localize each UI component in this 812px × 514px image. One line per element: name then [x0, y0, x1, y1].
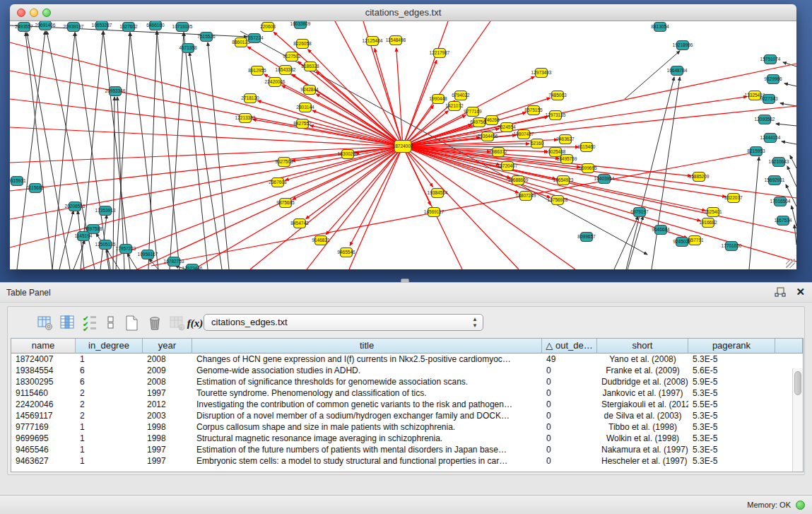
table-cell[interactable]: 1	[76, 444, 143, 455]
citation-edge-black[interactable]	[625, 51, 680, 99]
table-cell[interactable]: 1998	[143, 421, 192, 433]
delete-column-button[interactable]	[146, 314, 164, 332]
table-cell[interactable]: Jankovic et al. (1997)	[597, 387, 688, 399]
table-cell[interactable]: 18300295	[11, 376, 76, 387]
citation-edge-red[interactable]	[350, 146, 403, 245]
table-cell[interactable]: 6	[76, 365, 143, 376]
table-cell[interactable]: 0	[542, 365, 597, 376]
citation-edge-black[interactable]	[59, 211, 73, 269]
citation-edge-black[interactable]	[792, 206, 796, 226]
table-cell[interactable]: 5.3E-5	[688, 421, 775, 433]
citation-edge-black[interactable]	[614, 216, 638, 269]
table-cell[interactable]: 2	[76, 399, 143, 410]
citation-edge-red[interactable]	[396, 48, 403, 146]
float-panel-icon[interactable]	[775, 287, 786, 298]
table-row[interactable]: 946362711997Embryonic stem cells: a mode…	[11, 455, 803, 467]
citation-edge-black[interactable]	[117, 97, 124, 269]
table-row[interactable]: 1872400712008Changes of HCN gene express…	[11, 354, 803, 365]
table-cell[interactable]: 1	[76, 433, 143, 444]
citation-edge-black[interactable]	[787, 166, 796, 187]
citation-edge-black[interactable]	[776, 124, 796, 126]
table-cell[interactable]: 22420046	[11, 399, 76, 410]
table-cell[interactable]: Disruption of a novel member of a sodium…	[192, 410, 542, 421]
column-header-title[interactable]: title	[192, 339, 542, 354]
citation-edge-black[interactable]	[628, 216, 643, 269]
table-cell[interactable]: 1997	[143, 455, 192, 467]
table-cell[interactable]: 0	[542, 410, 597, 421]
table-row[interactable]: 1830029562008Estimation of significance …	[11, 376, 803, 387]
table-cell[interactable]: 2008	[143, 376, 192, 387]
table-cell[interactable]: 5.3E-5	[688, 387, 775, 399]
vertical-scrollbar[interactable]	[792, 368, 803, 472]
column-header-year[interactable]: year	[143, 339, 192, 354]
table-cell[interactable]: 1	[76, 421, 143, 433]
table-row[interactable]: 969969511998Structural magnetic resonanc…	[11, 433, 803, 444]
citation-network-graph[interactable]: 2206088226058912750281863281654338288601…	[10, 21, 796, 269]
table-cell[interactable]: Hescheler et al. (1997)	[597, 455, 688, 467]
table-cell[interactable]: Investigating the contribution of common…	[192, 399, 542, 410]
citation-edge-black[interactable]	[148, 31, 157, 269]
table-cell[interactable]: 9465546	[11, 444, 76, 455]
table-cell[interactable]: 1998	[143, 433, 192, 444]
table-cell[interactable]: Changes of HCN gene expression and I(f) …	[192, 354, 542, 365]
table-cell[interactable]: 2	[76, 387, 143, 399]
table-cell[interactable]: 9699695	[11, 433, 76, 444]
table-row[interactable]: 1456911722003Disruption of a novel membe…	[11, 410, 803, 421]
citation-edge-black[interactable]	[103, 31, 130, 269]
table-cell[interactable]: de Silva et al. (2003)	[597, 410, 688, 421]
table-cell[interactable]: Wolkin et al. (1998)	[597, 433, 688, 444]
table-cell[interactable]: 0	[542, 421, 597, 433]
table-cell[interactable]: 0	[542, 387, 597, 399]
table-options-button[interactable]	[36, 314, 54, 332]
column-header-pagerank[interactable]: pagerank	[688, 339, 775, 354]
citation-edge-red[interactable]	[298, 62, 403, 146]
column-header-name[interactable]: name	[11, 339, 76, 354]
scrollbar-thumb[interactable]	[794, 371, 801, 395]
table-cell[interactable]: 5.5E-5	[688, 399, 775, 410]
table-cell[interactable]: 2008	[143, 354, 192, 365]
table-cell[interactable]: 19384554	[11, 365, 76, 376]
table-row[interactable]: 911546021997Tourette syndrome. Phenomeno…	[11, 387, 803, 399]
citation-edge-red[interactable]	[10, 146, 403, 247]
citation-edge-red[interactable]	[10, 127, 403, 146]
table-cell[interactable]: 5.3E-5	[688, 410, 775, 421]
select-columns-button[interactable]: ✔✔✔	[81, 314, 100, 332]
table-select-combobox[interactable]: citations_edges.txt ▲▼	[204, 314, 483, 331]
table-cell[interactable]: 0	[542, 444, 597, 455]
table-cell[interactable]: Estimation of the future numbers of pati…	[192, 444, 542, 455]
function-builder-button[interactable]: f(x)	[186, 314, 204, 332]
table-cell[interactable]: 5.3E-5	[688, 444, 775, 455]
table-cell[interactable]: Structural magnetic resonance image aver…	[192, 433, 542, 444]
citation-edge-black[interactable]	[189, 52, 222, 269]
column-visibility-button[interactable]	[59, 314, 77, 332]
table-cell[interactable]: 9115460	[11, 387, 76, 399]
column-header-out_de[interactable]: △ out_de…	[542, 339, 597, 354]
window-titlebar[interactable]: citations_edges.txt	[10, 4, 796, 21]
citation-edge-black[interactable]	[782, 141, 796, 144]
table-cell[interactable]: 2012	[143, 399, 192, 410]
table-cell[interactable]: Franke et al. (2009)	[597, 365, 688, 376]
citation-edge-red[interactable]	[257, 100, 403, 146]
citation-edge-black[interactable]	[794, 225, 796, 245]
citation-edge-black[interactable]	[790, 156, 796, 168]
table-row[interactable]: 946554611997Estimation of the future num…	[11, 444, 803, 455]
table-cell[interactable]: 0	[542, 376, 597, 387]
column-header-in_degree[interactable]: in_degree	[76, 339, 143, 354]
table-cell[interactable]: 0	[542, 433, 597, 444]
table-row[interactable]: 977716911998Corpus callosum shape and si…	[11, 421, 803, 433]
table-cell[interactable]: 2009	[143, 365, 192, 376]
table-cell[interactable]: 14569117	[11, 410, 76, 421]
citation-edge-black[interactable]	[749, 157, 759, 269]
table-cell[interactable]: Nakamura et al. (1997)	[597, 444, 688, 455]
table-cell[interactable]: 5.3E-5	[688, 433, 775, 444]
citation-edge-red[interactable]	[326, 146, 403, 235]
column-header-short[interactable]: short	[597, 339, 688, 354]
table-cell[interactable]: Embryonic stem cells: a model to study s…	[192, 455, 542, 467]
citation-edge-black[interactable]	[17, 31, 45, 269]
table-cell[interactable]: Stergiakouli et al. (2012)	[597, 399, 688, 410]
citation-edge-red[interactable]	[137, 146, 403, 269]
citation-edge-black[interactable]	[127, 253, 137, 269]
citation-edge-black[interactable]	[157, 31, 180, 269]
citation-edge-red[interactable]	[310, 125, 403, 146]
table-cell[interactable]: 5.6E-5	[688, 365, 775, 376]
